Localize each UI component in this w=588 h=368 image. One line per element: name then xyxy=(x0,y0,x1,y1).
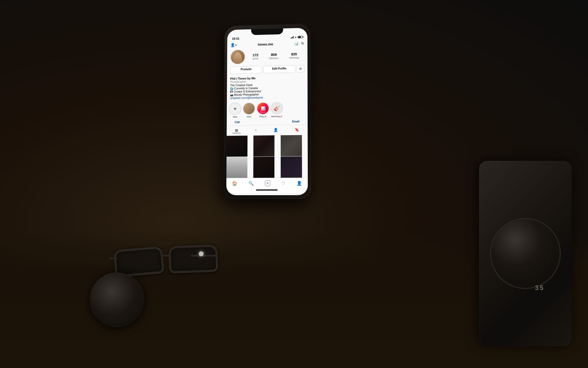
ig-header-icons: 📊 ↻ xyxy=(294,41,304,45)
phone-screen: 19:51 ▲ xyxy=(226,28,308,195)
nav-home-icon[interactable]: 🏠 xyxy=(232,181,237,186)
bar-chart-icon[interactable]: 📊 xyxy=(294,41,299,46)
signal-bars-icon xyxy=(291,36,294,38)
photo-cell-5[interactable] xyxy=(253,157,275,178)
followers-count: 809 xyxy=(271,53,277,57)
call-button[interactable]: Call xyxy=(235,121,240,124)
nav-bar: 🏠 🔍 + ♡ 👤 xyxy=(226,178,308,188)
polls-text: POLLS xyxy=(260,111,266,113)
phone-container: 19:51 ▲ xyxy=(223,24,311,199)
email-button[interactable]: Email xyxy=(292,120,299,123)
stats-row: 172 posts 809 followers 835 following xyxy=(247,52,304,60)
posts-label: posts xyxy=(253,57,258,60)
grid-tab-list[interactable]: ≡ xyxy=(252,127,259,133)
profile-section: 172 posts 809 followers 835 following xyxy=(227,47,308,77)
battery-icon xyxy=(298,36,303,38)
stat-posts[interactable]: 172 posts xyxy=(253,53,258,60)
story-polls[interactable]: 📊 POLLS POLLS xyxy=(257,102,269,118)
lens-text: 35 xyxy=(535,284,544,292)
camera-lens: 35 xyxy=(479,161,572,346)
glasses-right-lens xyxy=(168,245,218,273)
battery-tip xyxy=(303,36,303,38)
action-buttons: Call Email xyxy=(227,119,308,125)
add-person-icon[interactable]: 👤+ xyxy=(230,43,237,47)
stat-followers[interactable]: 809 followers xyxy=(269,53,278,60)
story-polls-circle[interactable]: 📊 POLLS xyxy=(257,102,269,115)
home-bar xyxy=(256,189,278,191)
ig-username: tones.me xyxy=(258,42,273,46)
signal-bar-2 xyxy=(292,37,292,38)
glasses-arm-right xyxy=(191,255,218,257)
lens-cap xyxy=(90,273,144,327)
grid-tab-saved[interactable]: 🔖 xyxy=(292,127,302,133)
story-jamming-label: Jamming 🎸 xyxy=(271,115,283,117)
story-jamming-circle[interactable]: 🎸 xyxy=(271,102,283,114)
phone-body: 19:51 ▲ xyxy=(223,24,311,199)
settings-button[interactable]: ⚙ xyxy=(297,65,304,73)
battery-fill xyxy=(298,36,301,38)
avatar-body xyxy=(234,53,242,64)
nav-heart-icon[interactable]: ♡ xyxy=(281,180,285,186)
grid-tab-tagged[interactable]: 👤 xyxy=(271,127,281,133)
following-label: following xyxy=(289,56,299,59)
signal-bar-4 xyxy=(293,36,294,38)
story-polls-label: POLLS xyxy=(259,115,267,118)
story-tech-label: Tech xyxy=(247,116,251,118)
status-icons: ▲ xyxy=(291,35,303,38)
glasses-bridge xyxy=(162,255,170,257)
edit-profile-button[interactable]: Edit Profile xyxy=(263,65,295,73)
signal-bar-3 xyxy=(292,37,293,38)
story-tech-circle[interactable] xyxy=(243,102,255,115)
story-tech[interactable]: Tech xyxy=(243,102,255,118)
nav-search-icon[interactable]: 🔍 xyxy=(248,181,254,186)
story-new-label: New xyxy=(233,116,237,118)
glasses-reflection xyxy=(199,251,204,256)
photo-cell-3[interactable] xyxy=(281,135,302,156)
story-jamming[interactable]: 🎸 Jamming 🎸 xyxy=(271,102,283,118)
photo-grid xyxy=(226,135,308,178)
profile-top: 172 posts 809 followers 835 following xyxy=(230,48,304,64)
profile-avatar[interactable] xyxy=(230,49,245,64)
history-icon[interactable]: ↻ xyxy=(301,41,304,45)
stat-following[interactable]: 835 following xyxy=(289,52,299,59)
photo-cell-2[interactable] xyxy=(253,135,275,156)
profile-buttons: Promote Edit Profile ⚙ xyxy=(230,65,304,74)
story-new-circle[interactable]: + xyxy=(229,102,241,115)
notch xyxy=(251,28,283,35)
nav-profile-icon[interactable]: 👤 xyxy=(297,180,302,186)
status-time: 19:51 xyxy=(232,37,239,40)
stories-section: + New Tech 📊 POLLS POLLS xyxy=(227,100,308,120)
camera-lens-inner xyxy=(490,218,561,289)
photo-cell-4[interactable] xyxy=(226,157,247,178)
photo-cell-1[interactable] xyxy=(226,135,247,156)
signal-bar-1 xyxy=(291,38,291,38)
grid-tab-active[interactable]: ⊞ xyxy=(232,128,241,133)
grid-tabs: ⊞ ≡ 👤 🔖 xyxy=(227,125,308,136)
wifi-icon: ▲ xyxy=(295,36,297,38)
photo-cell-6[interactable] xyxy=(281,156,302,178)
home-indicator xyxy=(226,187,308,193)
following-count: 835 xyxy=(291,52,297,56)
nav-add-icon[interactable]: + xyxy=(265,180,270,186)
followers-label: followers xyxy=(269,57,278,59)
posts-count: 172 xyxy=(253,53,258,58)
story-new[interactable]: + New xyxy=(229,102,241,118)
bio-section: Phil | Tones by Me Photographer The Crea… xyxy=(227,76,307,101)
promote-button[interactable]: Promote xyxy=(230,66,262,74)
